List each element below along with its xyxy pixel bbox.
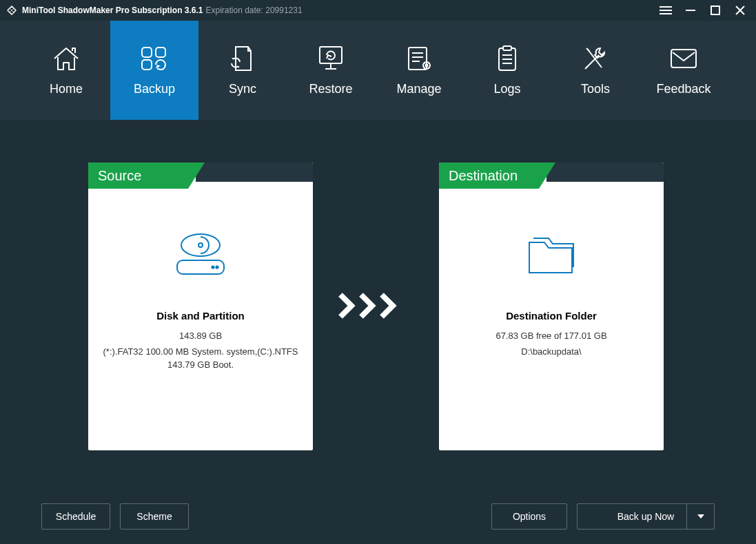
home-icon — [52, 45, 81, 72]
destination-panel[interactable]: Destination Destination Folder 67.83 GB … — [439, 163, 664, 450]
minimize-icon[interactable] — [684, 4, 697, 17]
nav-feedback[interactable]: Feedback — [640, 21, 728, 120]
backup-now-dropdown[interactable] — [686, 504, 714, 529]
svg-rect-4 — [711, 6, 719, 14]
backup-content: Source Disk and Partition 143.89 GB (*:)… — [0, 120, 756, 544]
restore-icon — [316, 45, 346, 72]
nav-label: Tools — [581, 82, 610, 96]
svg-rect-20 — [503, 46, 511, 50]
source-detail: (*:).FAT32 100.00 MB System. system,(C:)… — [88, 346, 313, 372]
options-button[interactable]: Options — [491, 503, 567, 530]
nav-label: Manage — [396, 82, 441, 96]
panel-head: Destination — [439, 163, 664, 189]
svg-point-26 — [212, 266, 214, 268]
expiration-label: Expiration date: 20991231 — [205, 6, 302, 15]
direction-arrows-icon — [338, 292, 413, 320]
source-head-label: Source — [88, 163, 188, 189]
svg-rect-24 — [671, 50, 696, 67]
svg-point-18 — [426, 64, 428, 66]
nav-restore[interactable]: Restore — [287, 21, 375, 120]
sync-icon — [230, 45, 255, 72]
panel-head: Source — [88, 163, 313, 189]
nav-tools[interactable]: Tools — [551, 21, 640, 120]
schedule-button[interactable]: Schedule — [41, 503, 110, 530]
menu-icon[interactable] — [660, 4, 672, 17]
svg-rect-10 — [320, 47, 342, 63]
nav-label: Feedback — [656, 82, 711, 96]
scheme-button[interactable]: Scheme — [120, 503, 189, 530]
disk-icon — [172, 230, 229, 280]
main-nav: Home Backup Sync — [0, 21, 756, 120]
button-label: Back up Now — [617, 511, 674, 522]
button-label: Options — [513, 511, 546, 522]
destination-title: Destination Folder — [506, 310, 597, 322]
svg-point-27 — [216, 266, 218, 268]
panel-body: Destination Folder 67.83 GB free of 177.… — [439, 189, 664, 362]
chevron-down-icon — [697, 514, 704, 519]
destination-head-label: Destination — [439, 163, 539, 189]
feedback-icon — [668, 45, 699, 72]
nav-label: Restore — [309, 82, 352, 96]
tools-icon — [581, 45, 610, 72]
logs-icon — [495, 45, 520, 72]
svg-rect-7 — [142, 48, 152, 57]
folder-icon — [521, 230, 582, 280]
source-title: Disk and Partition — [156, 310, 245, 322]
window-controls — [660, 4, 750, 17]
button-label: Scheme — [136, 511, 172, 522]
maximize-icon[interactable] — [709, 4, 722, 17]
nav-label: Logs — [493, 82, 520, 96]
nav-label: Backup — [134, 82, 175, 96]
source-size: 143.89 GB — [167, 330, 234, 343]
svg-point-29 — [198, 243, 203, 247]
nav-sync[interactable]: Sync — [198, 21, 287, 120]
backup-now-button[interactable]: Back up Now — [577, 503, 715, 530]
svg-rect-9 — [142, 60, 152, 70]
app-title: MiniTool ShadowMaker Pro Subscription 3.… — [22, 6, 203, 15]
nav-label: Sync — [229, 82, 256, 96]
manage-icon — [405, 45, 433, 72]
destination-size: 67.83 GB free of 177.01 GB — [483, 330, 619, 343]
button-label: Schedule — [56, 511, 96, 522]
backup-icon — [139, 45, 170, 72]
svg-rect-8 — [156, 48, 165, 57]
nav-home[interactable]: Home — [22, 21, 110, 120]
source-panel[interactable]: Source Disk and Partition 143.89 GB (*:)… — [88, 163, 313, 450]
bottom-toolbar: Schedule Scheme Options Back up Now — [0, 503, 756, 530]
close-icon[interactable] — [734, 4, 746, 17]
nav-manage[interactable]: Manage — [375, 21, 463, 120]
nav-label: Home — [50, 82, 83, 96]
destination-detail: D:\backupdata\ — [509, 346, 593, 359]
nav-backup[interactable]: Backup — [110, 21, 198, 120]
nav-logs[interactable]: Logs — [463, 21, 551, 120]
title-bar: MiniTool ShadowMaker Pro Subscription 3.… — [0, 0, 756, 21]
app-logo-icon — [6, 4, 18, 17]
panel-body: Disk and Partition 143.89 GB (*:).FAT32 … — [88, 189, 313, 375]
